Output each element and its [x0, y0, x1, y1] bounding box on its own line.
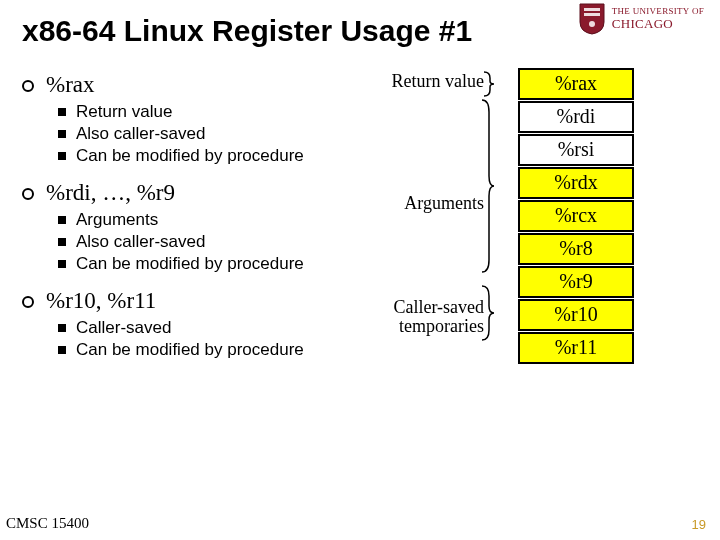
- section-head: %rdi, …, %r9: [22, 180, 342, 206]
- sub-bullet: Also caller-saved: [58, 124, 342, 144]
- shield-icon: [578, 2, 606, 36]
- university-logo: THE UNIVERSITY OF CHICAGO: [578, 2, 704, 36]
- sub-bullet: Can be modified by procedure: [58, 254, 342, 274]
- square-bullet-icon: [58, 108, 66, 116]
- brace-icon: [482, 70, 494, 98]
- register-box: %rdx: [518, 167, 634, 199]
- square-bullet-icon: [58, 216, 66, 224]
- sub-list: Return value Also caller-saved Can be mo…: [58, 102, 342, 166]
- register-box: %rdi: [518, 101, 634, 133]
- section-title: %rax: [46, 72, 95, 98]
- square-bullet-icon: [58, 346, 66, 354]
- bullet-ring-icon: [22, 80, 34, 92]
- sub-bullet: Return value: [58, 102, 342, 122]
- register-column: %rax %rdi %rsi %rdx %rcx %r8 %r9 %r10 %r…: [518, 68, 634, 374]
- page-number: 19: [692, 517, 706, 532]
- logo-line2: CHICAGO: [612, 17, 704, 31]
- register-box: %r9: [518, 266, 634, 298]
- group-label-return: Return value: [392, 72, 484, 92]
- square-bullet-icon: [58, 324, 66, 332]
- square-bullet-icon: [58, 260, 66, 268]
- brace-icon: [480, 98, 494, 282]
- group-label-args: Arguments: [404, 194, 484, 214]
- brace-icon: [480, 284, 494, 346]
- sub-bullet: Caller-saved: [58, 318, 342, 338]
- sub-bullet: Can be modified by procedure: [58, 340, 342, 360]
- sub-list: Arguments Also caller-saved Can be modif…: [58, 210, 342, 274]
- svg-point-2: [589, 21, 595, 27]
- register-box: %rsi: [518, 134, 634, 166]
- register-box: %rax: [518, 68, 634, 100]
- bullet-ring-icon: [22, 296, 34, 308]
- sub-bullet: Can be modified by procedure: [58, 146, 342, 166]
- logo-text: THE UNIVERSITY OF CHICAGO: [612, 7, 704, 31]
- register-box: %r8: [518, 233, 634, 265]
- slide: THE UNIVERSITY OF CHICAGO x86-64 Linux R…: [0, 0, 720, 540]
- register-box: %rcx: [518, 200, 634, 232]
- square-bullet-icon: [58, 130, 66, 138]
- section-head: %rax: [22, 72, 342, 98]
- section-head: %r10, %r11: [22, 288, 342, 314]
- svg-rect-1: [584, 13, 600, 16]
- sub-bullet: Arguments: [58, 210, 342, 230]
- bullet-ring-icon: [22, 188, 34, 200]
- svg-rect-0: [584, 8, 600, 11]
- bullet-column: %rax Return value Also caller-saved Can …: [22, 68, 342, 374]
- course-code: CMSC 15400: [6, 515, 89, 532]
- section-title: %rdi, …, %r9: [46, 180, 175, 206]
- label-column: Return value Arguments Caller-saved temp…: [342, 68, 492, 374]
- sub-list: Caller-saved Can be modified by procedur…: [58, 318, 342, 360]
- register-box: %r11: [518, 332, 634, 364]
- square-bullet-icon: [58, 152, 66, 160]
- group-label-temps: Caller-saved temporaries: [393, 298, 484, 338]
- section-title: %r10, %r11: [46, 288, 156, 314]
- content-area: %rax Return value Also caller-saved Can …: [22, 68, 700, 374]
- register-box: %r10: [518, 299, 634, 331]
- sub-bullet: Also caller-saved: [58, 232, 342, 252]
- square-bullet-icon: [58, 238, 66, 246]
